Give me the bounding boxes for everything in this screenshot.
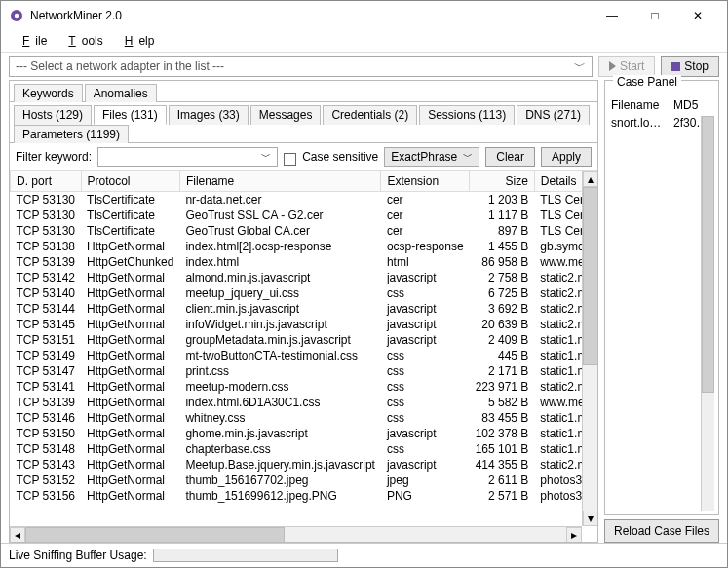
tab-sessions[interactable]: Sessions (113) [419,105,515,125]
table-row[interactable]: TCP 53147HttpGetNormalprint.csscss2 171 … [11,363,598,379]
col-dport[interactable]: D. port [11,171,82,192]
cell-protocol: HttpGetNormal [81,441,179,457]
menu-file[interactable]: File [11,34,53,48]
tab-hosts[interactable]: Hosts (129) [14,105,92,125]
maximize-button[interactable]: □ [633,1,676,30]
tab-parameters[interactable]: Parameters (1199) [14,125,129,143]
col-protocol[interactable]: Protocol [81,171,179,192]
case-col-md5[interactable]: MD5 [673,98,698,112]
cell-filename: index.html [179,254,381,270]
clear-button[interactable]: Clear [485,147,535,167]
table-row[interactable]: TCP 53139HttpGetChunkedindex.htmlhtml86 … [11,254,598,270]
scroll-thumb[interactable] [702,116,714,393]
table-row[interactable]: TCP 53143HttpGetNormalMeetup.Base.jquery… [11,457,598,473]
tabs-row-2: Hosts (129) Files (131) Images (33) Mess… [10,102,597,143]
filter-keyword-input[interactable]: ﹀ [97,147,278,167]
cell-dport: TCP 53148 [11,441,82,457]
horizontal-scrollbar[interactable]: ◂ ▸ [10,526,582,542]
cell-dport: TCP 53150 [11,426,82,441]
cell-filename: groupMetadata.min.js.javascript [179,332,381,348]
table-row[interactable]: TCP 53151HttpGetNormalgroupMetadata.min.… [11,332,598,348]
cell-dport: TCP 53138 [11,239,82,254]
cell-protocol: HttpGetNormal [81,379,179,395]
scroll-left-icon[interactable]: ◂ [10,527,25,543]
scroll-thumb[interactable] [25,527,285,543]
table-row[interactable]: TCP 53152HttpGetNormalthumb_156167702.jp… [11,473,598,488]
table-row[interactable]: TCP 53130TlsCertificateGeoTrust SSL CA -… [11,208,598,223]
case-sensitive-label: Case sensitive [302,150,378,164]
case-vertical-scrollbar[interactable] [701,116,714,511]
cell-filename: Meetup.Base.jquery.min.js.javascript [179,457,381,473]
cell-dport: TCP 53145 [11,317,82,332]
buffer-usage-progress [153,549,338,562]
cell-protocol: HttpGetNormal [81,285,179,301]
cell-protocol: TlsCertificate [81,223,179,239]
col-size[interactable]: Size [470,171,535,192]
table-row[interactable]: TCP 53146HttpGetNormalwhitney.csscss83 4… [11,410,598,426]
col-extension[interactable]: Extension [381,171,470,192]
window-title: NetworkMiner 2.0 [30,9,591,22]
cell-filename: thumb_151699612.jpeg.PNG [179,488,381,504]
stop-button[interactable]: Stop [661,56,719,77]
start-button[interactable]: Start [598,56,655,77]
case-row[interactable]: snort.log.... 2f301c2... [611,116,712,130]
tab-anomalies[interactable]: Anomalies [85,84,157,102]
apply-button[interactable]: Apply [541,147,592,167]
table-row[interactable]: TCP 53144HttpGetNormalclient.min.js.java… [11,301,598,317]
filter-mode-select[interactable]: ExactPhrase ﹀ [384,147,479,167]
network-adapter-select[interactable]: --- Select a network adapter in the list… [9,56,593,77]
cell-filename: GeoTrust SSL CA - G2.cer [179,208,381,223]
stop-icon [671,62,680,71]
tab-dns[interactable]: DNS (271) [517,105,590,125]
table-row[interactable]: TCP 53145HttpGetNormalinfoWidget.min.js.… [11,317,598,332]
table-row[interactable]: TCP 53148HttpGetNormalchapterbase.csscss… [11,441,598,457]
tab-keywords[interactable]: Keywords [14,84,83,102]
tab-messages[interactable]: Messages [250,105,322,125]
scroll-down-icon[interactable]: ▾ [583,511,598,526]
cell-filename: thumb_156167702.jpeg [179,473,381,488]
svg-point-1 [15,14,19,18]
cell-extension: cer [381,223,470,239]
scroll-up-icon[interactable]: ▴ [583,171,598,187]
cell-extension: css [381,285,470,301]
tab-files[interactable]: Files (131) [94,105,167,125]
close-button[interactable]: ✕ [676,1,719,30]
cell-extension: javascript [381,426,470,441]
case-sensitive-checkbox[interactable] [284,153,296,166]
table-row[interactable]: TCP 53150HttpGetNormalghome.min.js.javas… [11,426,598,441]
cell-protocol: HttpGetNormal [81,457,179,473]
cell-size: 86 958 B [470,254,535,270]
cell-extension: javascript [381,301,470,317]
table-row[interactable]: TCP 53139HttpGetNormalindex.html.6D1A30C… [11,395,598,410]
cell-dport: TCP 53152 [11,473,82,488]
col-filename[interactable]: Filename [179,171,381,192]
table-row[interactable]: TCP 53130TlsCertificatenr-data.net.cerce… [11,192,598,208]
reload-case-files-button[interactable]: Reload Case Files [604,519,719,543]
table-row[interactable]: TCP 53130TlsCertificateGeoTrust Global C… [11,223,598,239]
case-row-filename: snort.log.... [611,116,662,130]
scroll-thumb[interactable] [583,187,598,365]
cell-protocol: HttpGetNormal [81,395,179,410]
table-row[interactable]: TCP 53142HttpGetNormalalmond.min.js.java… [11,270,598,285]
minimize-button[interactable]: — [591,1,633,30]
case-col-filename[interactable]: Filename [611,98,662,112]
table-row[interactable]: TCP 53138HttpGetNormalindex.html[2].ocsp… [11,239,598,254]
table-row[interactable]: TCP 53149HttpGetNormalmt-twoButtonCTA-te… [11,348,598,363]
scroll-right-icon[interactable]: ▸ [566,527,582,543]
tab-credentials[interactable]: Credentials (2) [323,105,417,125]
tab-images[interactable]: Images (33) [169,105,249,125]
table-row[interactable]: TCP 53141HttpGetNormalmeetup-modern.cssc… [11,379,598,395]
cell-size: 6 725 B [470,285,535,301]
table-row[interactable]: TCP 53140HttpGetNormalmeetup_jquery_ui.c… [11,285,598,301]
menu-help[interactable]: Help [113,34,161,48]
app-icon [9,8,24,23]
play-icon [609,61,616,71]
table-row[interactable]: TCP 53156HttpGetNormalthumb_151699612.jp… [11,488,598,504]
cell-filename: chapterbase.css [179,441,381,457]
cell-dport: TCP 53147 [11,363,82,379]
cell-dport: TCP 53144 [11,301,82,317]
vertical-scrollbar[interactable]: ▴ ▾ [582,171,597,526]
cell-extension: ocsp-response [381,239,470,254]
menu-tools[interactable]: Tools [57,34,108,48]
cell-size: 1 117 B [470,208,535,223]
